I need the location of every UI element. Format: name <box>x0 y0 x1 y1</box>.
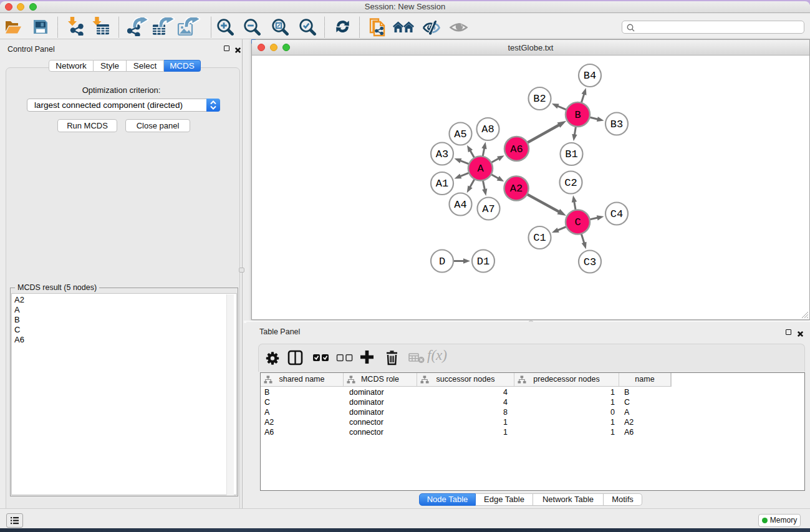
svg-text:B3: B3 <box>610 118 623 130</box>
svg-text:D1: D1 <box>477 256 489 268</box>
svg-text:A2: A2 <box>510 183 523 195</box>
svg-text:A4: A4 <box>454 199 466 211</box>
svg-text:A8: A8 <box>481 123 494 135</box>
svg-text:C2: C2 <box>564 177 577 189</box>
svg-text:B: B <box>574 109 581 121</box>
svg-text:A1: A1 <box>436 178 448 190</box>
svg-text:A3: A3 <box>436 148 448 160</box>
svg-text:B1: B1 <box>565 148 577 160</box>
svg-text:B2: B2 <box>533 93 546 105</box>
svg-text:A6: A6 <box>510 143 523 155</box>
svg-text:D: D <box>439 256 445 268</box>
svg-text:A: A <box>477 163 484 175</box>
svg-text:C1: C1 <box>533 232 546 244</box>
svg-text:C4: C4 <box>610 208 623 220</box>
svg-text:A5: A5 <box>454 128 466 140</box>
svg-text:B4: B4 <box>584 70 596 82</box>
svg-text:C3: C3 <box>584 256 596 268</box>
svg-text:C: C <box>574 216 581 228</box>
svg-text:A7: A7 <box>482 203 494 215</box>
